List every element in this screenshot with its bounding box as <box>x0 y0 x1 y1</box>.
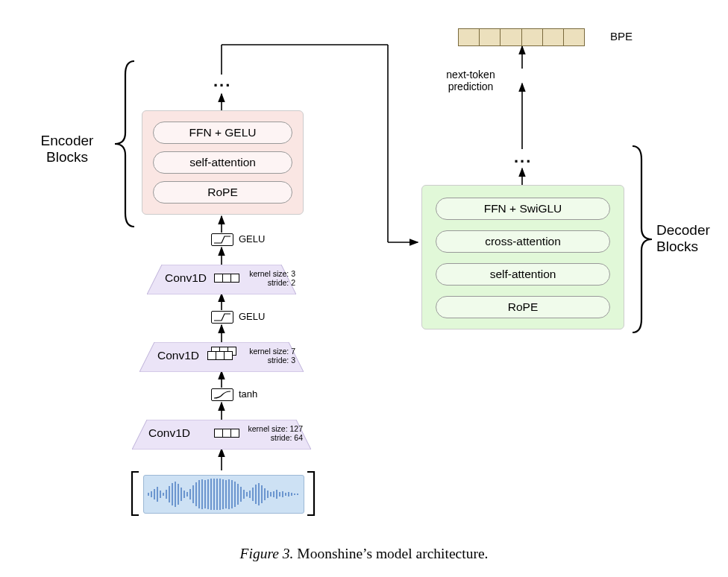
next-token-label: next-token prediction <box>436 69 505 92</box>
decoder-block: FFN + SwiGLU cross-attention self-attent… <box>421 185 624 330</box>
waveform-icon <box>144 476 304 513</box>
encoder-label: Encoder Blocks <box>30 133 104 165</box>
decoder-ellipsis: ... <box>514 148 532 167</box>
decoder-item-selfattn: self-attention <box>436 263 610 286</box>
audio-input <box>130 470 316 517</box>
figure-caption-rest: Moonshine’s model architecture. <box>293 546 488 561</box>
figure-caption: Figure 3. Moonshine’s model architecture… <box>0 546 728 562</box>
decoder-brace <box>628 143 658 335</box>
conv-layer-3-boxes-icon <box>214 274 239 283</box>
decoder-item-ffn: FFN + SwiGLU <box>436 198 610 220</box>
encoder-item-rope: RoPE <box>153 181 292 204</box>
decoder-item-crossattn: cross-attention <box>436 230 610 253</box>
conv-layer-2-boxes-icon <box>207 347 236 360</box>
encoder-ellipsis: ... <box>213 72 231 91</box>
activation-tanh-label: tanh <box>239 388 257 400</box>
activation-tanh-icon <box>211 388 233 401</box>
encoder-item-ffn: FFN + GELU <box>153 122 292 144</box>
conv-layer-1-kernel: kernel size: 127 stride: 64 <box>239 424 303 442</box>
activation-gelu-mid-label: GELU <box>239 311 265 322</box>
activation-gelu-mid-icon <box>211 311 233 324</box>
decoder-item-rope: RoPE <box>436 296 610 318</box>
conv-layer-2-kernel: kernel size: 7 stride: 3 <box>242 347 295 365</box>
encoder-block: FFN + GELU self-attention RoPE <box>142 110 304 215</box>
encoder-brace <box>110 58 140 230</box>
bpe-tokens <box>458 28 585 46</box>
conv-layer-3-kernel: kernel size: 3 stride: 2 <box>242 269 295 287</box>
figure-caption-prefix: Figure 3. <box>240 546 294 561</box>
conv-layer-1-boxes-icon <box>214 429 239 438</box>
activation-gelu-top-label: GELU <box>239 233 265 245</box>
bpe-label: BPE <box>610 30 633 42</box>
diagram-stage: Encoder Blocks ... FFN + GELU self-atten… <box>0 0 728 577</box>
decoder-label: Decoder Blocks <box>656 222 724 255</box>
activation-gelu-top-icon <box>211 233 233 246</box>
encoder-item-selfattn: self-attention <box>153 151 292 174</box>
